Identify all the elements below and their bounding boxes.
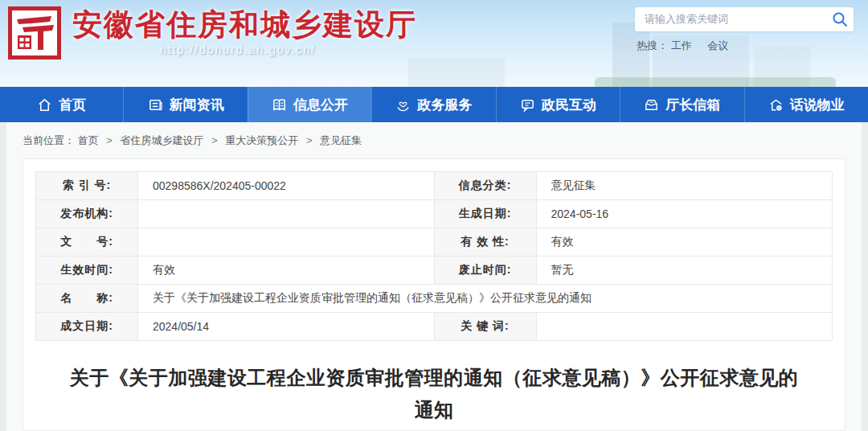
- nav-item-label: 新闻资讯: [170, 96, 224, 114]
- breadcrumb: 当前位置： 首页 > 省住房城乡建设厅 > 重大决策预公开 > 意见征集: [6, 122, 862, 158]
- meta-label-abolish-time: 废止时间:: [435, 257, 537, 285]
- property-icon: [768, 97, 784, 113]
- meta-label-index-no: 索 引 号:: [36, 172, 138, 200]
- document-card: 索 引 号: 00298586X/202405-00022 信息分类: 意见征集…: [23, 158, 845, 431]
- site-url: http://dohurd.ah.gov.cn/: [72, 43, 403, 56]
- meta-label-category: 信息分类:: [435, 172, 537, 200]
- nav-item-info-disclosure[interactable]: 信息公开: [248, 87, 371, 122]
- document-meta-table: 索 引 号: 00298586X/202405-00022 信息分类: 意见征集…: [35, 171, 833, 341]
- meta-value-written-date: 2024/05/14: [138, 313, 435, 341]
- breadcrumb-link-predisclosure[interactable]: 重大决策预公开: [225, 134, 298, 146]
- meta-label-validity: 有 效 性:: [435, 228, 537, 257]
- site-logo-icon[interactable]: [8, 6, 61, 60]
- search-input[interactable]: [645, 7, 829, 30]
- breadcrumb-separator: >: [306, 134, 313, 146]
- nav-item-label: 话说物业: [790, 96, 845, 114]
- nav-item-label: 政民互动: [542, 96, 596, 114]
- hot-search-label: 热搜：: [637, 39, 668, 51]
- hot-search: 热搜： 工作 会议: [637, 39, 741, 53]
- breadcrumb-link-dept[interactable]: 省住房城乡建设厅: [120, 134, 203, 146]
- content-wrapper: 当前位置： 首页 > 省住房城乡建设厅 > 重大决策预公开 > 意见征集 索 引…: [6, 122, 862, 431]
- mailbox-icon: [644, 97, 659, 113]
- meta-label-doc-no: 文 号:: [36, 228, 138, 257]
- meta-value-effective-time: 有效: [138, 257, 435, 285]
- home-icon: [37, 97, 52, 113]
- search-icon[interactable]: [831, 10, 849, 28]
- article-title: 关于《关于加强建设工程企业资质审批管理的通知（征求意见稿）》公开征求意见的通知: [63, 362, 805, 425]
- nav-item-label: 首页: [59, 96, 86, 114]
- site-title: 安徽省住房和城乡建设厅: [72, 5, 410, 45]
- search-box[interactable]: [635, 7, 854, 31]
- nav-item-news[interactable]: 新闻资讯: [123, 87, 247, 122]
- meta-label-publisher: 发布机构:: [36, 200, 138, 228]
- nav-item-interaction[interactable]: 政民互动: [496, 87, 620, 122]
- meta-value-category: 意见征集: [537, 172, 833, 200]
- nav-item-label: 信息公开: [293, 96, 348, 114]
- meta-value-publisher: [138, 200, 435, 228]
- meta-value-validity: 有效: [537, 228, 833, 257]
- breadcrumb-link-home[interactable]: 首页: [78, 134, 99, 146]
- site-header: 安徽省住房和城乡建设厅 http://dohurd.ah.gov.cn/ 热搜：…: [0, 0, 868, 87]
- nav-item-label: 厅长信箱: [665, 96, 720, 114]
- meta-label-keywords: 关 键 词:: [435, 313, 537, 341]
- meta-value-name: 关于《关于加强建设工程企业资质审批管理的通知（征求意见稿）》公开征求意见的通知: [138, 285, 833, 313]
- meta-value-keywords: [537, 313, 833, 341]
- trees-graphic: [595, 77, 836, 87]
- nav-item-label: 政务服务: [417, 96, 472, 114]
- gov-service-icon: [395, 97, 411, 113]
- meta-value-index-no: 00298586X/202405-00022: [138, 172, 435, 200]
- page: 安徽省住房和城乡建设厅 http://dohurd.ah.gov.cn/ 热搜：…: [0, 0, 868, 431]
- meta-label-name: 名 称:: [36, 285, 138, 313]
- news-icon: [148, 97, 163, 113]
- building-graphic: [408, 58, 505, 87]
- nav-item-mailbox[interactable]: 厅长信箱: [620, 87, 743, 122]
- breadcrumb-prefix: 当前位置：: [23, 134, 75, 146]
- breadcrumb-separator: >: [211, 134, 218, 146]
- nav-item-property[interactable]: 话说物业: [744, 87, 868, 122]
- meta-label-written-date: 成文日期:: [36, 313, 138, 341]
- hot-search-link-work[interactable]: 工作: [671, 39, 692, 51]
- info-disclosure-icon: [272, 97, 287, 113]
- meta-value-doc-no: [138, 228, 435, 257]
- hot-search-link-meeting[interactable]: 会议: [707, 39, 728, 51]
- nav-item-gov-service[interactable]: 政务服务: [371, 87, 495, 122]
- breadcrumb-separator: >: [106, 134, 113, 146]
- meta-value-generated-date: 2024-05-16: [537, 200, 833, 228]
- meta-value-abolish-time: 暂无: [537, 257, 833, 285]
- page-body: 当前位置： 首页 > 省住房城乡建设厅 > 重大决策预公开 > 意见征集 索 引…: [0, 122, 868, 431]
- meta-label-generated-date: 生成日期:: [435, 200, 537, 228]
- breadcrumb-link-solicitation[interactable]: 意见征集: [320, 134, 362, 146]
- nav-item-home[interactable]: 首页: [0, 87, 123, 122]
- interaction-icon: [520, 97, 535, 113]
- main-nav: 首页 新闻资讯 信息公开: [0, 87, 868, 122]
- meta-label-effective-time: 生效时间:: [36, 257, 138, 285]
